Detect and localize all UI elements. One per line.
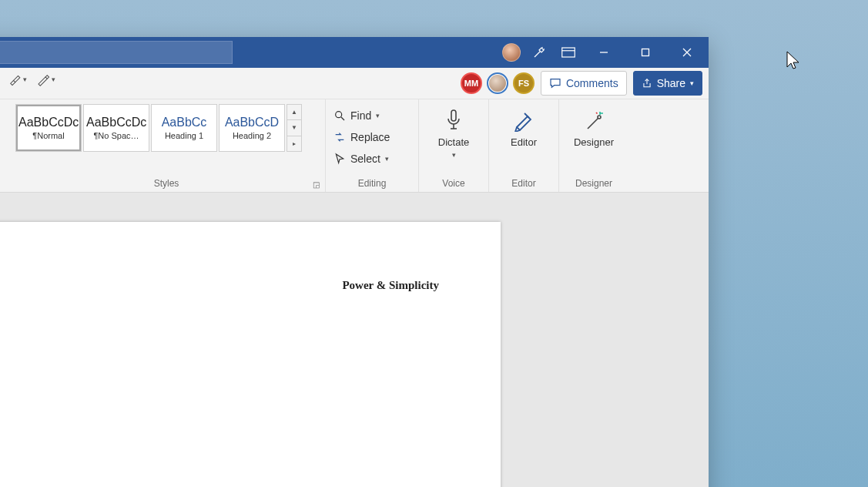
cursor-icon bbox=[333, 153, 346, 165]
style-sample: AaBbCcD bbox=[222, 116, 282, 129]
replace-label: Replace bbox=[350, 131, 390, 143]
group-label: Voice bbox=[419, 178, 488, 189]
comment-icon bbox=[549, 77, 561, 89]
svg-rect-8 bbox=[451, 110, 456, 121]
gallery-expand-icon[interactable]: ▸ bbox=[287, 136, 301, 151]
find-button[interactable]: Find ▾ bbox=[333, 106, 411, 126]
pen-dropdown[interactable]: ▾ bbox=[36, 72, 55, 86]
share-icon bbox=[642, 78, 652, 89]
ribbon-group-editing: Find ▾ Replace Select ▾ Edit bbox=[326, 99, 419, 192]
ribbon: AaBbCcDc ¶Normal AaBbCcDc ¶No Spac… AaBb… bbox=[0, 99, 709, 193]
magic-wand-icon bbox=[583, 107, 605, 133]
title-search-box[interactable] bbox=[0, 41, 233, 64]
share-button[interactable]: Share ▾ bbox=[633, 71, 702, 96]
style-sample: AaBbCc bbox=[154, 116, 214, 129]
app-window: ▾ ▾ MM FS C bbox=[0, 37, 709, 487]
editor-pen-icon bbox=[514, 107, 534, 133]
ribbon-mode-icon[interactable] bbox=[558, 47, 579, 58]
dictate-label: Dictate bbox=[438, 136, 469, 148]
gallery-up-icon[interactable]: ▲ bbox=[287, 105, 301, 120]
style-name: ¶Normal bbox=[18, 131, 79, 140]
presence-avatar[interactable]: MM bbox=[461, 72, 482, 94]
ribbon-group-editor: Editor Editor bbox=[489, 99, 559, 192]
style-name: Heading 2 bbox=[222, 131, 282, 140]
search-icon bbox=[333, 109, 346, 122]
svg-point-12 bbox=[598, 116, 601, 119]
titlebar bbox=[0, 37, 709, 68]
group-label: Styles bbox=[8, 178, 325, 189]
mouse-cursor-icon bbox=[783, 50, 801, 75]
chevron-down-icon: ▾ bbox=[690, 79, 694, 87]
style-sample: AaBbCcDc bbox=[18, 116, 79, 129]
ribbon-group-designer: Designer Designer bbox=[559, 99, 628, 192]
style-name: Heading 1 bbox=[154, 131, 214, 140]
microphone-icon bbox=[444, 107, 463, 133]
chevron-down-icon: ▾ bbox=[23, 76, 27, 83]
style-name: ¶No Spac… bbox=[86, 131, 146, 140]
document-page[interactable]: Power & Simplicity es bbox=[0, 222, 501, 487]
designer-label: Designer bbox=[574, 136, 614, 148]
replace-icon bbox=[333, 131, 346, 143]
style-sample: AaBbCcDc bbox=[86, 116, 146, 129]
style-gallery-item[interactable]: AaBbCc Heading 1 bbox=[151, 104, 217, 152]
editor-label: Editor bbox=[511, 136, 537, 148]
account-avatar[interactable] bbox=[502, 43, 521, 62]
window-close-button[interactable] bbox=[670, 37, 704, 68]
page-header-text[interactable]: Power & Simplicity bbox=[342, 279, 439, 292]
replace-button[interactable]: Replace bbox=[333, 127, 411, 147]
group-label: Editing bbox=[326, 178, 418, 189]
chevron-down-icon: ▾ bbox=[385, 155, 389, 163]
window-minimize-button[interactable] bbox=[587, 37, 621, 68]
collab-bar: ▾ ▾ MM FS C bbox=[0, 68, 709, 99]
comments-button[interactable]: Comments bbox=[541, 71, 627, 96]
comments-label: Comments bbox=[566, 77, 618, 89]
share-label: Share bbox=[657, 77, 685, 89]
svg-rect-3 bbox=[642, 49, 649, 56]
style-gallery-more[interactable]: ▲ ▼ ▸ bbox=[287, 104, 302, 152]
select-label: Select bbox=[350, 153, 380, 165]
style-gallery-item[interactable]: AaBbCcD Heading 2 bbox=[219, 104, 285, 152]
group-label: Editor bbox=[489, 178, 558, 189]
dialog-launcher-icon[interactable]: ◲ bbox=[311, 180, 320, 189]
window-maximize-button[interactable] bbox=[628, 37, 662, 68]
style-gallery-item[interactable]: AaBbCcDc ¶Normal bbox=[15, 104, 82, 152]
presence-avatar[interactable]: FS bbox=[513, 72, 535, 94]
ribbon-group-styles: AaBbCcDc ¶Normal AaBbCcDc ¶No Spac… AaBb… bbox=[8, 99, 326, 192]
ribbon-group-voice: Dictate ▾ Voice bbox=[419, 99, 489, 192]
editor-button[interactable]: Editor bbox=[497, 104, 551, 148]
chevron-down-icon: ▾ bbox=[376, 112, 380, 119]
presence-stack: MM FS bbox=[461, 72, 535, 94]
presence-avatar[interactable] bbox=[487, 72, 508, 94]
coming-soon-icon[interactable] bbox=[528, 45, 550, 59]
select-button[interactable]: Select ▾ bbox=[333, 149, 411, 169]
svg-rect-0 bbox=[562, 48, 575, 57]
style-gallery-item[interactable]: AaBbCcDc ¶No Spac… bbox=[83, 104, 149, 152]
chevron-down-icon: ▾ bbox=[52, 76, 55, 83]
group-label: Designer bbox=[559, 178, 628, 189]
find-label: Find bbox=[350, 109, 371, 122]
highlighter-dropdown[interactable]: ▾ bbox=[8, 72, 27, 86]
svg-point-6 bbox=[336, 112, 342, 118]
gallery-down-icon[interactable]: ▼ bbox=[287, 120, 301, 136]
document-canvas[interactable]: Power & Simplicity es bbox=[0, 193, 709, 487]
dictate-button[interactable]: Dictate ▾ bbox=[427, 104, 481, 159]
svg-line-7 bbox=[341, 117, 344, 120]
designer-button[interactable]: Designer bbox=[567, 104, 621, 148]
chevron-down-icon: ▾ bbox=[452, 151, 456, 159]
